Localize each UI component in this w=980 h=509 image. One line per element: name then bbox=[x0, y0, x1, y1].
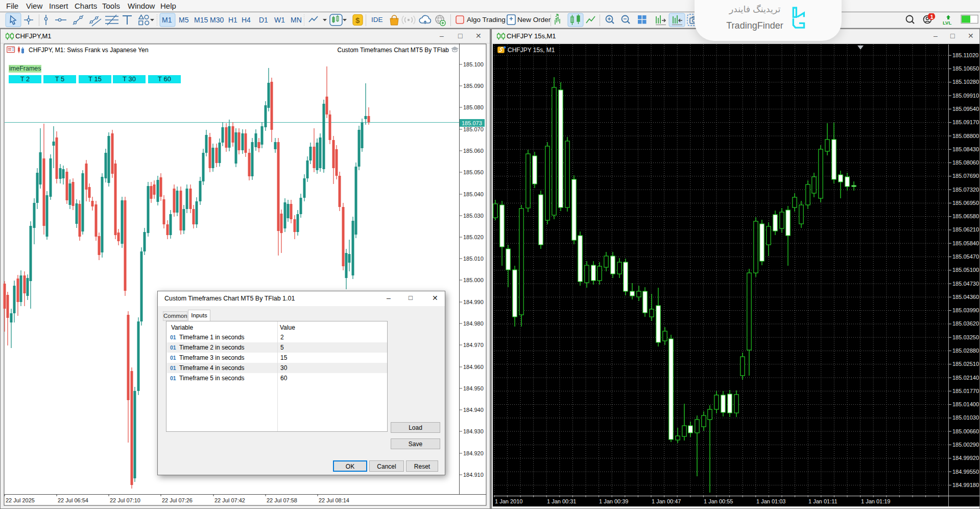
svg-text:22 Jul 07:10: 22 Jul 07:10 bbox=[110, 497, 140, 503]
svg-text:185.070: 185.070 bbox=[463, 126, 484, 132]
svg-text:1 Jan 01:03: 1 Jan 01:03 bbox=[756, 498, 786, 504]
svg-text:1 Jan 01:11: 1 Jan 01:11 bbox=[808, 498, 838, 504]
svg-text:184.920: 184.920 bbox=[463, 450, 484, 456]
svg-text:LVL: LVL bbox=[943, 20, 951, 26]
svg-text:184.940: 184.940 bbox=[463, 407, 484, 413]
svg-text:185.08430: 185.08430 bbox=[952, 146, 979, 152]
svg-text:185.03990: 185.03990 bbox=[952, 307, 979, 313]
svg-text:M5: M5 bbox=[179, 16, 189, 24]
svg-text:185.04360: 185.04360 bbox=[952, 294, 979, 300]
svg-text:185.05470: 185.05470 bbox=[952, 253, 979, 260]
svg-text:1 Jan 00:39: 1 Jan 00:39 bbox=[599, 498, 629, 504]
svg-text:184.980: 184.980 bbox=[463, 320, 484, 327]
svg-text:$: $ bbox=[355, 16, 360, 25]
svg-text:185.08800: 185.08800 bbox=[952, 133, 979, 139]
svg-text:185.11020: 185.11020 bbox=[952, 52, 978, 58]
svg-text:185.073: 185.073 bbox=[462, 120, 482, 126]
svg-text:184.960: 184.960 bbox=[463, 364, 484, 370]
svg-text:185.00660: 185.00660 bbox=[952, 428, 979, 434]
svg-text:185.090: 185.090 bbox=[463, 83, 484, 89]
svg-text:185.00290: 185.00290 bbox=[952, 442, 979, 448]
svg-text:22 Jul 2025: 22 Jul 2025 bbox=[6, 497, 35, 503]
svg-text:184.99550: 184.99550 bbox=[952, 469, 979, 475]
svg-text:W1: W1 bbox=[274, 16, 285, 24]
svg-text:22 Jul 07:58: 22 Jul 07:58 bbox=[267, 497, 297, 503]
svg-text:Algo Trading: Algo Trading bbox=[467, 16, 506, 24]
svg-text:184.930: 184.930 bbox=[463, 428, 484, 434]
svg-text:1 Jan 00:47: 1 Jan 00:47 bbox=[652, 498, 681, 504]
svg-text:185.06950: 185.06950 bbox=[952, 200, 979, 206]
svg-text:1 Jan 2010: 1 Jan 2010 bbox=[495, 498, 522, 504]
svg-text:185.06210: 185.06210 bbox=[952, 226, 979, 233]
svg-text:H1: H1 bbox=[228, 16, 237, 24]
svg-text:22 Jul 07:42: 22 Jul 07:42 bbox=[214, 497, 245, 503]
svg-text:185.10650: 185.10650 bbox=[952, 65, 979, 72]
svg-text:184.970: 184.970 bbox=[463, 342, 484, 348]
svg-text:185.000: 185.000 bbox=[463, 277, 484, 283]
svg-text:185.06580: 185.06580 bbox=[952, 213, 979, 219]
svg-text:184.990: 184.990 bbox=[463, 299, 484, 305]
svg-text:185.03620: 185.03620 bbox=[952, 320, 979, 327]
svg-text:22 Jul 07:26: 22 Jul 07:26 bbox=[162, 497, 193, 503]
svg-text:185.080: 185.080 bbox=[463, 104, 484, 110]
svg-text:M1: M1 bbox=[162, 16, 172, 24]
svg-text:H4: H4 bbox=[242, 16, 251, 24]
svg-text:185.02140: 185.02140 bbox=[952, 375, 979, 381]
svg-text:185.10280: 185.10280 bbox=[952, 79, 979, 85]
svg-text:185.08060: 185.08060 bbox=[952, 159, 979, 166]
svg-text:185.01400: 185.01400 bbox=[952, 401, 979, 407]
svg-text:184.950: 184.950 bbox=[463, 385, 484, 391]
svg-text:185.020: 185.020 bbox=[463, 234, 484, 240]
svg-text:185.09170: 185.09170 bbox=[952, 119, 979, 125]
svg-text:185.05100: 185.05100 bbox=[952, 267, 979, 273]
svg-text:185.01030: 185.01030 bbox=[952, 414, 979, 421]
svg-text:185.03250: 185.03250 bbox=[952, 334, 979, 340]
svg-text:185.02510: 185.02510 bbox=[952, 361, 979, 367]
svg-text:184.99180: 184.99180 bbox=[952, 482, 979, 488]
svg-text:22 Jul 08:14: 22 Jul 08:14 bbox=[319, 497, 349, 503]
svg-text:M30: M30 bbox=[210, 16, 224, 24]
svg-text:IDE: IDE bbox=[371, 16, 383, 24]
svg-text:185.02880: 185.02880 bbox=[952, 348, 979, 354]
svg-text:1 Jan 00:31: 1 Jan 00:31 bbox=[547, 498, 577, 504]
svg-text:185.100: 185.100 bbox=[463, 61, 484, 67]
svg-text:22 Jul 06:54: 22 Jul 06:54 bbox=[58, 497, 88, 503]
svg-text:New Order: New Order bbox=[517, 16, 551, 24]
svg-text:185.030: 185.030 bbox=[463, 213, 484, 219]
svg-text:1 Jan 01:19: 1 Jan 01:19 bbox=[861, 498, 891, 504]
svg-text:1: 1 bbox=[930, 14, 934, 20]
svg-text:185.05840: 185.05840 bbox=[952, 240, 979, 246]
svg-text:185.07690: 185.07690 bbox=[952, 173, 979, 179]
svg-text:185.060: 185.060 bbox=[463, 148, 484, 154]
svg-text:M15: M15 bbox=[194, 16, 208, 24]
svg-text:185.010: 185.010 bbox=[463, 256, 484, 262]
svg-text:185.040: 185.040 bbox=[463, 191, 484, 197]
svg-text:185.04730: 185.04730 bbox=[952, 281, 979, 287]
svg-text:184.910: 184.910 bbox=[463, 472, 484, 478]
svg-text:185.01770: 185.01770 bbox=[952, 388, 979, 394]
svg-text:1 Jan 00:55: 1 Jan 00:55 bbox=[704, 498, 733, 504]
svg-text:185.07320: 185.07320 bbox=[952, 187, 979, 193]
svg-text:185.050: 185.050 bbox=[463, 169, 484, 175]
svg-text:184.99920: 184.99920 bbox=[952, 455, 979, 461]
svg-text:MN: MN bbox=[291, 16, 302, 24]
svg-text:185.09540: 185.09540 bbox=[952, 106, 979, 112]
svg-text:D1: D1 bbox=[259, 16, 268, 24]
svg-text:185.09910: 185.09910 bbox=[952, 92, 979, 99]
